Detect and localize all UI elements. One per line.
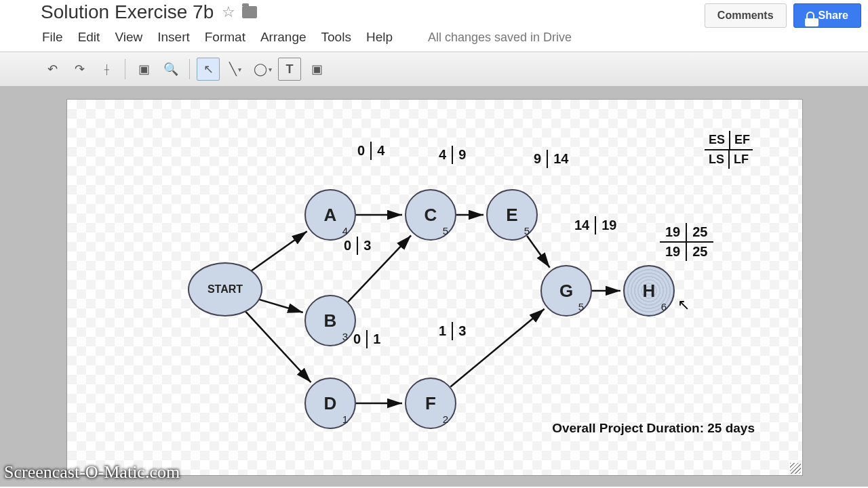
node-label: F (425, 393, 436, 414)
node-label: A (324, 205, 337, 226)
node-D[interactable]: D1 (304, 378, 356, 429)
node-A[interactable]: A4 (304, 189, 356, 241)
menu-edit[interactable]: Edit (78, 30, 100, 45)
node-G[interactable]: G5 (540, 265, 592, 317)
share-label: Share (818, 9, 848, 22)
node-duration: 5 (443, 225, 448, 237)
shape-tool-icon[interactable]: ◯ (251, 58, 274, 81)
node-label: H (643, 281, 656, 302)
timebox-E[interactable]: 914 (528, 150, 574, 168)
text-tool-icon[interactable]: T (278, 58, 301, 81)
node-duration: 1 (342, 413, 348, 425)
menu-bar: File Edit View Insert Format Arrange Too… (0, 24, 868, 52)
menu-file[interactable]: File (42, 30, 63, 45)
edge-start-A[interactable] (248, 231, 307, 274)
node-duration: 6 (661, 301, 667, 312)
zoom-icon[interactable]: 🔍 (159, 58, 182, 81)
node-label: D (324, 393, 337, 414)
lock-icon (806, 12, 814, 20)
watermark: Screencast-O-Matic.com (4, 462, 180, 483)
menu-help[interactable]: Help (366, 30, 393, 45)
document-title[interactable]: Solution Exercise 7b (41, 1, 214, 23)
save-status: All changes saved in Drive (428, 30, 572, 45)
star-icon[interactable]: ☆ (222, 3, 235, 21)
share-button[interactable]: Share (793, 3, 861, 28)
node-duration: 4 (342, 225, 348, 237)
select-tool-icon[interactable]: ↖ (197, 58, 220, 81)
node-E[interactable]: E5 (486, 189, 538, 241)
legend-box: ESEF LSLF (705, 131, 754, 169)
menu-arrange[interactable]: Arrange (260, 30, 307, 45)
menu-insert[interactable]: Insert (157, 30, 190, 45)
timebox-G[interactable]: 1419 (569, 216, 623, 235)
node-start[interactable]: START (188, 262, 262, 317)
node-C[interactable]: C5 (405, 189, 456, 241)
format-painter-icon[interactable]: ⟊ (95, 58, 118, 81)
menu-view[interactable]: View (115, 30, 142, 45)
timebox-A[interactable]: 04 (352, 142, 390, 160)
line-tool-icon[interactable]: ╲ (224, 58, 247, 81)
comments-button[interactable]: Comments (705, 3, 787, 28)
menu-format[interactable]: Format (205, 30, 245, 45)
node-duration: 2 (443, 413, 448, 425)
folder-icon[interactable] (242, 6, 257, 18)
timebox-D[interactable]: 01 (348, 330, 386, 348)
timebox-B[interactable]: 03 (338, 237, 376, 255)
undo-icon[interactable]: ↶ (41, 58, 64, 81)
node-label: G (559, 281, 573, 302)
node-duration: 5 (578, 301, 584, 312)
redo-icon[interactable]: ↷ (68, 58, 91, 81)
node-F[interactable]: F2 (405, 378, 456, 429)
work-area: ESEF LSLF Overall Project Duration: 25 d… (0, 87, 868, 487)
timebox-F[interactable]: 13 (433, 322, 471, 340)
image-tool-icon[interactable]: ▣ (305, 58, 328, 81)
title-bar: Solution Exercise 7b ☆ Comments Share (0, 0, 868, 24)
timebox-H[interactable]: 19251925 (660, 223, 713, 261)
node-duration: 5 (524, 225, 530, 237)
toolbar: ↶ ↷ ⟊ ▣ 🔍 ↖ ╲ ◯ T ▣ (0, 52, 868, 87)
node-label: START (208, 283, 243, 296)
node-duration: 3 (342, 331, 348, 342)
zoom-fit-icon[interactable]: ▣ (132, 58, 155, 81)
node-H[interactable]: H6 (623, 265, 675, 317)
node-label: E (506, 205, 517, 226)
cursor-icon: ↖ (677, 296, 690, 314)
separator (189, 59, 190, 79)
timebox-C[interactable]: 49 (433, 146, 471, 164)
resize-grip-icon[interactable] (790, 463, 801, 474)
node-label: B (324, 310, 337, 331)
node-label: C (425, 205, 437, 226)
edge-E-G[interactable] (527, 236, 550, 268)
overall-duration-text: Overall Project Duration: 25 days (552, 421, 755, 436)
menu-tools[interactable]: Tools (321, 30, 351, 45)
canvas[interactable]: ESEF LSLF Overall Project Duration: 25 d… (66, 99, 803, 476)
edge-F-G[interactable] (450, 309, 544, 387)
separator (125, 59, 125, 79)
edge-start-D[interactable] (243, 309, 311, 382)
